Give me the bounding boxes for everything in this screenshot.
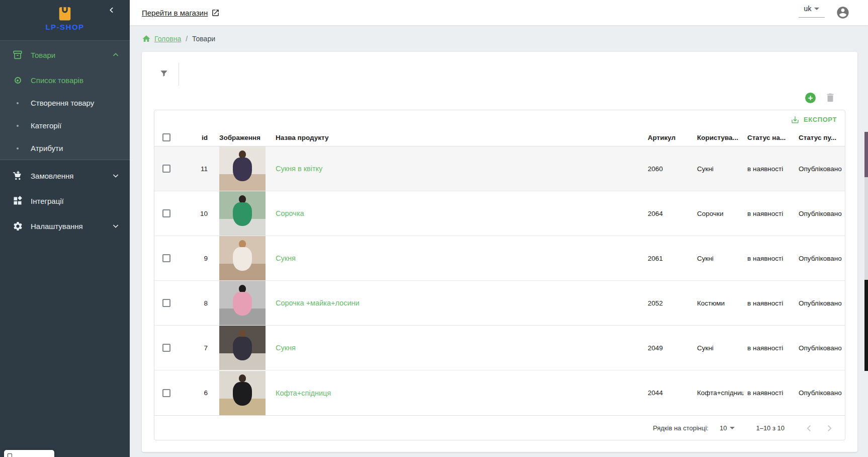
- sidebar-item-categories[interactable]: Категорії: [0, 114, 130, 137]
- product-image: [219, 191, 266, 236]
- cell-category: Костюми: [693, 299, 744, 307]
- sidebar-item-integrations[interactable]: Інтеграції: [0, 188, 130, 213]
- sidebar-item-orders[interactable]: Замовлення: [0, 163, 130, 188]
- account-button[interactable]: [836, 6, 850, 20]
- sidebar-item-label: Атрибути: [31, 144, 63, 153]
- account-circle-icon: [836, 6, 850, 20]
- cart-icon: [12, 170, 23, 181]
- table-row: 10 Сорочка 2064 Сорочки в наявності Опуб…: [154, 191, 845, 236]
- product-image: [219, 236, 266, 280]
- external-link-icon: [211, 9, 220, 17]
- cell-id: 11: [179, 165, 209, 173]
- topbar: Перейти в магазин uk: [130, 0, 868, 25]
- logo-text: LP-SHOP: [0, 23, 130, 31]
- row-checkbox[interactable]: [162, 209, 170, 217]
- product-name-link[interactable]: Сукня: [276, 344, 296, 352]
- table-row: 9 Сукня 2061 Сукні в наявності Опубліков…: [154, 236, 845, 281]
- product-name-link[interactable]: Сорочка: [276, 209, 304, 217]
- chevron-down-icon: [112, 172, 120, 180]
- cell-id: 6: [179, 389, 209, 397]
- sidebar-item-create-product[interactable]: Створення товару: [0, 92, 130, 114]
- column-header-image[interactable]: Зображення: [209, 134, 272, 141]
- widgets-icon: [12, 195, 23, 206]
- column-header-stock-status[interactable]: Статус на...: [744, 134, 795, 141]
- breadcrumb-home-label: Головна: [154, 35, 181, 43]
- export-button[interactable]: ЕКСПОРТ: [791, 115, 837, 124]
- column-header-name[interactable]: Назва продукту: [272, 134, 644, 141]
- sidebar-group-products: Товари Список товарів Створення товару К…: [0, 41, 130, 160]
- table-row: 6 Кофта+спідниця 2044 Кофта+спідниц в на…: [154, 370, 845, 415]
- main-area: Перейти в магазин uk Головна / Товар: [130, 0, 868, 457]
- table-row: 8 Сорочка +майка+лосини 2052 Костюми в н…: [154, 281, 845, 326]
- product-name-link[interactable]: Сукня: [276, 254, 296, 262]
- add-product-button[interactable]: +: [805, 93, 816, 103]
- column-header-sku[interactable]: Артикул: [644, 134, 693, 141]
- sidebar-item-product-list[interactable]: Список товарів: [0, 69, 130, 92]
- export-label: ЕКСПОРТ: [804, 116, 837, 123]
- cell-sku: 2049: [644, 344, 693, 352]
- trash-icon: [825, 92, 836, 103]
- delete-selected-button[interactable]: [825, 92, 837, 104]
- chevron-up-icon: [112, 51, 120, 59]
- cell-publish-status: Опубліковано: [795, 389, 845, 397]
- next-page-button[interactable]: [824, 422, 836, 434]
- cell-sku: 2060: [644, 165, 693, 173]
- cell-stock-status: в наявності: [744, 210, 795, 217]
- bullet-icon: [12, 143, 23, 154]
- select-all-checkbox[interactable]: [162, 133, 170, 141]
- product-name-link[interactable]: Кофта+спідниця: [276, 389, 331, 397]
- sidebar-collapse-button[interactable]: [108, 4, 120, 16]
- chevron-left-icon: [108, 6, 116, 14]
- previous-page-button[interactable]: [804, 422, 816, 434]
- export-bar: ЕКСПОРТ: [154, 110, 845, 129]
- sidebar-item-settings[interactable]: Налаштування: [0, 213, 130, 239]
- rows-per-page-select[interactable]: 10: [720, 424, 735, 432]
- row-checkbox[interactable]: [162, 344, 170, 352]
- select-underline: [799, 17, 825, 18]
- cell-id: 10: [179, 210, 209, 217]
- row-checkbox[interactable]: [162, 299, 170, 307]
- cell-category: Кофта+спідниц: [693, 389, 744, 397]
- column-header-publish-status[interactable]: Статус пу...: [795, 134, 845, 141]
- radio-selected-icon: [12, 75, 23, 86]
- cell-stock-status: в наявності: [744, 389, 795, 397]
- row-checkbox[interactable]: [162, 389, 170, 397]
- widget-glyph-icon: [8, 453, 12, 457]
- cell-stock-status: в наявності: [744, 344, 795, 352]
- filter-button[interactable]: [159, 67, 171, 80]
- cell-category: Сорочки: [693, 210, 744, 217]
- sidebar-item-attributes[interactable]: Атрибути: [0, 137, 130, 160]
- column-header-id[interactable]: id: [179, 134, 209, 141]
- sidebar-item-label: Інтеграції: [31, 197, 64, 205]
- row-checkbox[interactable]: [162, 165, 170, 173]
- bullet-icon: [12, 120, 23, 131]
- chevron-right-icon: [824, 423, 835, 434]
- home-icon: [142, 34, 151, 43]
- sidebar-item-label: Товари: [31, 51, 55, 59]
- breadcrumb-home-link[interactable]: Головна: [142, 34, 181, 43]
- product-image: [219, 281, 266, 325]
- cell-sku: 2044: [644, 389, 693, 397]
- chevron-down-icon: [112, 222, 120, 230]
- breadcrumb-current: Товари: [192, 35, 215, 43]
- cell-id: 7: [179, 344, 209, 352]
- product-image: [219, 146, 266, 191]
- store-link-label: Перейти в магазин: [142, 9, 208, 17]
- gear-icon: [12, 220, 23, 232]
- language-select[interactable]: uk: [799, 4, 825, 18]
- column-header-category[interactable]: Користува...: [693, 134, 744, 141]
- go-to-store-link[interactable]: Перейти в магазин: [142, 9, 220, 17]
- sidebar-item-products[interactable]: Товари: [0, 41, 130, 69]
- product-name-link[interactable]: Сорочка +майка+лосини: [276, 299, 360, 307]
- bullet-icon: [12, 98, 23, 109]
- rows-per-page-label: Рядків на сторінці:: [653, 424, 709, 432]
- table-header-row: id Зображення Назва продукту Артикул Кор…: [154, 129, 845, 146]
- language-value: uk: [804, 5, 812, 13]
- table-row: 11 Сукня в квітку 2060 Сукні в наявності…: [154, 146, 845, 191]
- rows-per-page-value: 10: [720, 424, 727, 432]
- sidebar-item-label: Список товарів: [31, 76, 83, 85]
- product-name-link[interactable]: Сукня в квітку: [276, 165, 322, 173]
- row-checkbox[interactable]: [162, 254, 170, 262]
- sidebar-item-label: Замовлення: [31, 172, 73, 180]
- breadcrumb-separator: /: [186, 35, 188, 43]
